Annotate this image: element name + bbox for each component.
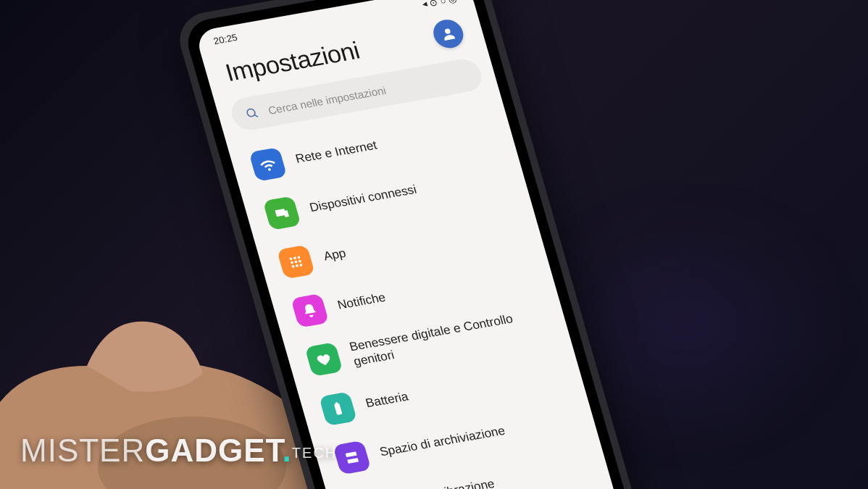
battery-icon xyxy=(319,391,357,426)
svg-point-6 xyxy=(289,257,293,260)
svg-rect-15 xyxy=(334,403,343,414)
svg-rect-5 xyxy=(283,210,289,217)
svg-line-3 xyxy=(255,114,258,117)
settings-item-label: Batteria xyxy=(364,389,410,411)
settings-item-label: Spazio di archiviazione xyxy=(377,423,506,460)
user-icon xyxy=(438,25,459,43)
watermark-part1: MISTER xyxy=(20,432,145,468)
profile-avatar[interactable] xyxy=(430,17,467,50)
settings-item-label: Rete e Internet xyxy=(294,138,379,167)
wellbeing-icon xyxy=(305,342,343,377)
svg-point-14 xyxy=(299,264,303,267)
svg-point-1 xyxy=(444,28,451,34)
svg-point-2 xyxy=(246,109,256,117)
watermark-part3: TECH xyxy=(292,445,337,461)
watermark: MISTERGADGET.TECH xyxy=(20,432,337,469)
svg-point-12 xyxy=(291,265,295,268)
settings-item-label: Dispositivi connessi xyxy=(308,182,419,215)
storage-icon xyxy=(333,440,371,475)
bell-icon xyxy=(291,293,329,328)
search-icon xyxy=(243,106,260,120)
svg-point-11 xyxy=(299,259,302,262)
settings-item-label: Notifiche xyxy=(335,290,387,313)
settings-item-label: App xyxy=(322,246,348,264)
svg-point-8 xyxy=(297,256,301,259)
svg-point-10 xyxy=(294,260,298,263)
status-time: 20:25 xyxy=(212,31,238,46)
svg-point-7 xyxy=(293,256,297,259)
wifi-icon xyxy=(249,147,287,182)
svg-point-9 xyxy=(291,261,294,264)
apps-icon xyxy=(277,245,315,280)
settings-item-label: Suoni e vibrazione xyxy=(392,476,496,489)
devices-icon xyxy=(263,196,301,230)
svg-rect-18 xyxy=(347,458,359,464)
status-icons: ◂ ⊙ ○ ◎ xyxy=(420,0,457,9)
svg-point-13 xyxy=(296,264,299,267)
svg-rect-17 xyxy=(345,451,356,457)
watermark-part2: GADGET xyxy=(145,432,282,468)
watermark-dot: . xyxy=(283,432,292,468)
